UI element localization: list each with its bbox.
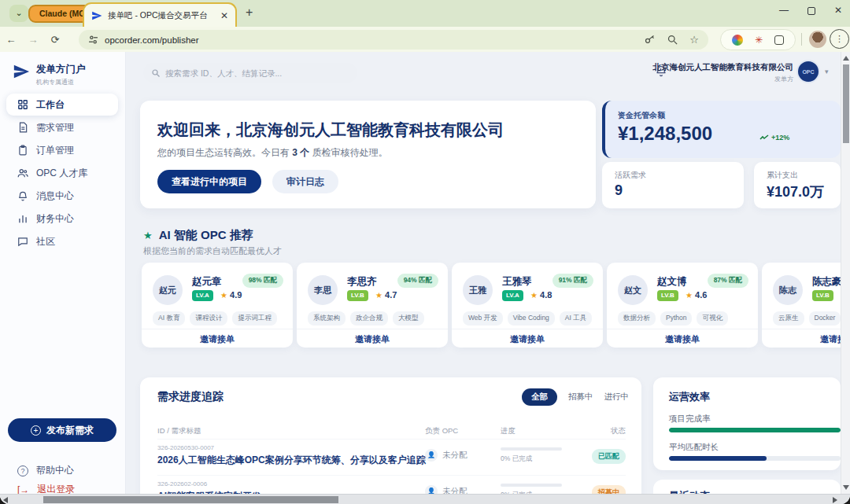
table-row[interactable]: 326-20260530-0007 2026人工智能生态峰OPC案例分享环节统筹…	[157, 439, 626, 473]
skill-tag: Python	[660, 311, 692, 326]
help-center-link[interactable]: ? 帮助中心	[17, 464, 74, 477]
level-badge: LV.B	[347, 290, 368, 301]
avatar: 赵元	[153, 275, 183, 305]
tab-recruiting[interactable]: 招募中	[568, 392, 593, 403]
site-settings-icon[interactable]	[88, 35, 98, 45]
bar-chart-icon	[17, 213, 28, 224]
invite-button[interactable]: 邀请接单	[142, 329, 293, 348]
match-badge: 87% 匹配	[708, 274, 748, 288]
scroll-up-arrow[interactable]	[843, 56, 849, 61]
avatar: 王雅	[463, 275, 493, 305]
search-icon	[151, 68, 161, 78]
main-content: 北京海创元人工智能教育科技有限公司 发单方 OPC ▾ 欢迎回来，北京海创元人工…	[126, 52, 841, 494]
window-maximize-button[interactable]	[808, 7, 815, 15]
starburst-extension-icon[interactable]: ✳	[755, 35, 763, 46]
demand-id: 326-202602-0006	[157, 480, 207, 487]
escrow-balance-card: 资金托管余额 ¥1,248,500 +12%	[602, 101, 841, 158]
logo-title: 发单方门户	[36, 63, 86, 76]
search-input[interactable]	[165, 68, 349, 78]
sidebar-item-messages[interactable]: 消息中心	[6, 185, 118, 207]
logo-subtitle: 机构专属通道	[36, 78, 86, 86]
browser-menu-button[interactable]: ⋮	[830, 29, 849, 49]
level-badge: LV.A	[192, 290, 213, 301]
sidebar-item-talent-pool[interactable]: OPC 人才库	[6, 162, 118, 184]
sidebar-item-community[interactable]: 社区	[6, 230, 118, 252]
global-search[interactable]	[143, 63, 357, 83]
skill-tag: 大模型	[393, 311, 424, 326]
skill-tag: AI 教育	[153, 311, 185, 326]
invite-button[interactable]: 邀请接单	[297, 329, 448, 348]
demand-tracking-card: 需求进度追踪 全部 招募中 进行中 ID / 需求标题 负责 OPC 进度 状态…	[140, 377, 641, 494]
paper-plane-logo-icon	[13, 63, 30, 86]
new-tab-button[interactable]: +	[246, 6, 253, 20]
zoom-icon[interactable]	[667, 34, 678, 46]
talent-card: 王雅 王雅琴 LV.A ★ 4.8 91% 匹配 Web 开发 Vibe Cod…	[452, 263, 603, 348]
reload-button[interactable]: ⟳	[44, 34, 66, 46]
account-info[interactable]: 北京海创元人工智能教育科技有限公司 发单方	[630, 62, 793, 83]
vertical-scroll-thumb[interactable]	[843, 64, 849, 143]
sidebar-item-demand[interactable]: 需求管理	[6, 116, 118, 138]
table-header: ID / 需求标题 负责 OPC 进度 状态	[157, 426, 626, 436]
total-spend-value: ¥107.0万	[767, 182, 824, 201]
sidebar-item-finance[interactable]: 财务中心	[6, 208, 118, 230]
view-projects-button[interactable]: 查看进行中的项目	[157, 170, 261, 193]
site-favicon-icon	[91, 10, 102, 21]
app-root: 发单方门户 机构专属通道 工作台 需求管理 订单管理 OPC 人才库	[0, 52, 850, 504]
address-bar[interactable]: opcorder.com/publisher ☆	[79, 30, 708, 50]
horizontal-scrollbar[interactable]	[0, 494, 850, 504]
talent-card: 赵元 赵元章 LV.A ★ 4.9 98% 匹配 AI 教育 课程设计 提示词工…	[142, 263, 293, 348]
skill-tag: Docker	[809, 311, 841, 326]
sidebar-item-orders[interactable]: 订单管理	[6, 139, 118, 161]
window-minimize-button[interactable]: —	[779, 5, 789, 16]
publish-demand-button[interactable]: + 发布新需求	[8, 418, 116, 442]
escrow-value: ¥1,248,500	[618, 123, 712, 145]
welcome-subtitle: 您的项目生态运转高效。今日有 3 个 质检审核待处理。	[157, 146, 388, 160]
welcome-banner: 欢迎回来，北京海创元人工智能教育科技有限公司 您的项目生态运转高效。今日有 3 …	[140, 101, 596, 208]
bell-icon	[17, 190, 28, 201]
metric-bar	[669, 456, 841, 461]
scroll-down-arrow[interactable]	[843, 485, 849, 490]
invite-button[interactable]: 邀请接单	[762, 329, 841, 348]
url-text[interactable]: opcorder.com/publisher	[105, 35, 638, 45]
extensions-puzzle-icon[interactable]	[774, 35, 784, 45]
invite-button[interactable]: 邀请接单	[452, 329, 603, 348]
plus-icon: +	[31, 425, 41, 436]
demand-title[interactable]: 2026人工智能生态峰OPC案例分享环节统筹、分享以及客户追踪	[157, 454, 426, 467]
tab-search-button[interactable]: ⌄	[9, 5, 28, 22]
scroll-left-arrow[interactable]	[3, 497, 8, 503]
tab-all[interactable]: 全部	[522, 388, 557, 406]
tab-active[interactable]: 接单吧 - OPC撮合交易平台 ✕	[83, 2, 237, 27]
efficiency-title: 运营效率	[669, 390, 710, 404]
chevron-down-icon[interactable]: ▾	[825, 68, 829, 75]
horizontal-scroll-thumb[interactable]	[43, 496, 338, 503]
metric-bar	[669, 428, 841, 432]
browser-profile-avatar[interactable]	[809, 31, 826, 48]
back-button[interactable]: ←	[0, 34, 22, 46]
tab-in-progress[interactable]: 进行中	[604, 392, 630, 403]
match-badge: 98% 匹配	[242, 274, 283, 288]
browser-toolbar: ← → ⟳ opcorder.com/publisher ☆ ✳	[0, 27, 850, 52]
recommend-section-title: ★ AI 智能 OPC 推荐	[143, 228, 253, 243]
forward-button[interactable]: →	[22, 34, 44, 46]
active-demands-card: 活跃需求 9	[602, 162, 744, 208]
bookmark-star-icon[interactable]: ☆	[689, 34, 699, 46]
password-key-icon[interactable]	[644, 34, 656, 46]
invite-button[interactable]: 邀请接单	[607, 329, 758, 348]
browser-window: ⌄ Claude (MCP) 接单吧 - OPC撮合交易平台 ✕ + — ✕ ←…	[0, 0, 850, 504]
efficiency-card: 运营效率 项目完成率 平均匹配时长	[653, 377, 841, 470]
table-row[interactable]: 326-202602-0006 AI智能客服系统定制开发 👤未分配 0% 已完成…	[157, 475, 626, 494]
escrow-trend: +12%	[759, 134, 789, 142]
color-wheel-icon[interactable]	[732, 35, 743, 46]
vertical-scrollbar[interactable]	[841, 52, 850, 494]
tracking-title: 需求进度追踪	[157, 390, 224, 404]
match-badge: 91% 匹配	[552, 274, 593, 288]
scroll-right-arrow[interactable]	[833, 497, 837, 503]
people-icon	[17, 167, 28, 178]
window-close-button[interactable]: ✕	[834, 5, 842, 16]
demand-id: 326-20260530-0007	[157, 444, 214, 451]
sidebar-item-workbench[interactable]: 工作台	[6, 94, 118, 116]
company-avatar[interactable]: OPC	[796, 60, 820, 83]
audit-log-button[interactable]: 审计日志	[272, 170, 338, 193]
recommend-section-subtitle: 根据您当前的需求自动匹配最优人才	[143, 245, 282, 257]
tab-close-icon[interactable]: ✕	[220, 10, 228, 21]
